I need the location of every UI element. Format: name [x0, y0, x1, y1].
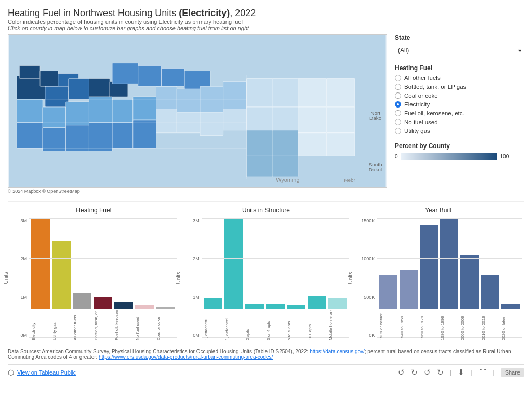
y-tick-0m-hf: 0M: [20, 332, 27, 338]
percent-label: Percent by County: [395, 142, 524, 150]
bar-3-4-apts: [266, 304, 285, 309]
bar-2020-later: [501, 304, 520, 309]
radio-label-fuel-oil: Fuel oil, kerosene, etc.: [404, 110, 464, 116]
svg-rect-28: [272, 78, 298, 107]
radio-group: All other fuels Bottled, tank, or LP gas…: [395, 75, 524, 134]
bar-rect-fuel-oil: [114, 302, 133, 309]
bar-fuel-oil-hf: [114, 302, 133, 309]
x-label-no-fuel: No fuel used: [135, 310, 154, 340]
map-section: Nort Dako South Dakot Wyoming Nebr © 202…: [8, 34, 387, 194]
bar-2-apts: [245, 304, 264, 309]
svg-rect-36: [133, 120, 156, 149]
svg-rect-9: [112, 63, 138, 84]
back-icon[interactable]: ↺: [424, 368, 431, 377]
svg-rect-33: [66, 125, 89, 151]
bar-all-other-hf: [73, 293, 91, 309]
bar-1-detached: [224, 218, 243, 309]
svg-rect-18: [133, 97, 156, 123]
legend-min: 0: [395, 154, 398, 159]
radio-item-utility-gas[interactable]: Utility gas: [395, 128, 524, 134]
bar-rect-bottled: [94, 297, 112, 309]
radio-item-coal[interactable]: Coal or coke: [395, 92, 524, 99]
radio-item-fuel-oil[interactable]: Fuel oil, kerosene, etc.: [395, 110, 524, 116]
year-y-label: Units: [348, 272, 353, 284]
svg-rect-8: [69, 78, 89, 99]
sidebar: State (All) ▾ Heating Fuel All other fue…: [392, 34, 524, 194]
map-container[interactable]: Nort Dako South Dakot Wyoming Nebr: [8, 34, 387, 188]
radio-circle-fuel-oil: [395, 110, 401, 116]
radio-label-utility-gas: Utility gas: [404, 128, 430, 134]
bar-1980-1999: [440, 218, 458, 309]
x-label-1939: 1939 or earlier: [379, 310, 397, 340]
heating-fuel-section: Heating Fuel All other fuels Bottled, ta…: [395, 64, 524, 134]
bar-bottled-hf: [94, 297, 112, 309]
undo-icon[interactable]: ↺: [398, 368, 405, 377]
svg-rect-43: [298, 107, 327, 133]
x-label-bottled: Bottled, tank, or...: [94, 310, 112, 340]
radio-item-no-fuel[interactable]: No fuel used: [395, 119, 524, 125]
x-label-coal: Coal or coke: [156, 310, 175, 340]
bar-rect-1939: [379, 275, 397, 309]
state-dropdown[interactable]: (All) ▾: [395, 44, 524, 57]
charts-section: Heating Fuel Units 3M 2M 1M 0M: [8, 201, 524, 338]
x-label-electricity: Electricity: [31, 310, 50, 340]
radio-circle-no-fuel: [395, 119, 401, 125]
y-tick-3m-us: 3M: [193, 218, 200, 223]
radio-item-bottled[interactable]: Bottled, tank, or LP gas: [395, 84, 524, 90]
fullscreen-icon[interactable]: ⛶: [479, 368, 487, 377]
bar-rect-coal: [156, 307, 175, 309]
year-built-title: Year Built: [355, 207, 522, 214]
x-label-all-other: All other fuels: [73, 310, 91, 340]
x-label-1-attached: 1, attached: [204, 310, 222, 340]
svg-rect-22: [223, 81, 247, 110]
svg-text:Nebr: Nebr: [344, 177, 355, 183]
title-start: Heating Fuel in Northwest Housing Units: [8, 8, 179, 18]
svg-rect-19: [156, 86, 177, 110]
svg-rect-31: [17, 123, 43, 149]
x-label-utility-gas: Utility gas: [52, 310, 71, 340]
footer-left: ⬡ View on Tableau Public: [8, 368, 76, 377]
bar-rect-1980: [440, 218, 458, 309]
x-label-5-9-apts: 5 to 9 apts: [287, 310, 305, 340]
tableau-label[interactable]: View on Tableau Public: [17, 369, 76, 376]
radio-circle-electricity: [395, 101, 401, 108]
page-title: Heating Fuel in Northwest Housing Units …: [8, 8, 524, 19]
units-y-label: Units: [176, 272, 181, 284]
radio-item-all-other-fuels[interactable]: All other fuels: [395, 75, 524, 81]
radio-item-electricity[interactable]: Electricity: [395, 101, 524, 108]
svg-text:Dako: Dako: [369, 115, 382, 121]
main-container: Heating Fuel in Northwest Housing Units …: [0, 0, 532, 413]
radio-label-coal: Coal or coke: [404, 92, 438, 99]
y-tick-3m-hf: 3M: [20, 218, 27, 223]
bar-rect-1960: [420, 225, 438, 309]
data-link-usda[interactable]: https://www.ers.usda.gov/data-products/r…: [99, 354, 273, 360]
download-icon[interactable]: ⬇: [458, 368, 464, 377]
heating-fuel-label: Heating Fuel: [395, 64, 524, 72]
subtitle1: Color indicates percentage of housing un…: [8, 19, 524, 25]
percent-section: Percent by County 0 100: [395, 142, 524, 160]
bar-rect-2000: [460, 255, 478, 309]
svg-rect-11: [161, 69, 184, 87]
svg-rect-44: [326, 107, 355, 133]
bar-no-fuel-hf: [135, 305, 154, 309]
footer: ⬡ View on Tableau Public ↺ ↻ ↺ ↻ | ⬇ | ⛶…: [8, 364, 524, 377]
bar-coal-hf: [156, 307, 175, 309]
bar-1960-1979: [420, 225, 438, 309]
svg-rect-13: [17, 99, 43, 123]
share-button[interactable]: Share: [501, 368, 524, 377]
forward-icon[interactable]: ↻: [437, 368, 444, 377]
y-tick-1000k: 1000K: [361, 256, 375, 261]
redo-icon[interactable]: ↻: [411, 368, 418, 377]
separator: |: [450, 369, 451, 376]
svg-rect-30: [272, 107, 298, 130]
svg-rect-23: [156, 110, 177, 133]
svg-rect-26: [223, 110, 247, 130]
svg-rect-37: [246, 130, 272, 156]
x-label-mobile: Mobile home or other: [328, 310, 347, 340]
data-link-census[interactable]: https://data.census.gov/: [310, 349, 365, 354]
bar-1-attached: [204, 298, 222, 309]
x-label-10plus: 10+ apts: [308, 310, 326, 340]
y-tick-2m-hf: 2M: [20, 256, 27, 261]
svg-rect-17: [112, 99, 133, 123]
bar-rect-1-detached: [224, 218, 243, 309]
